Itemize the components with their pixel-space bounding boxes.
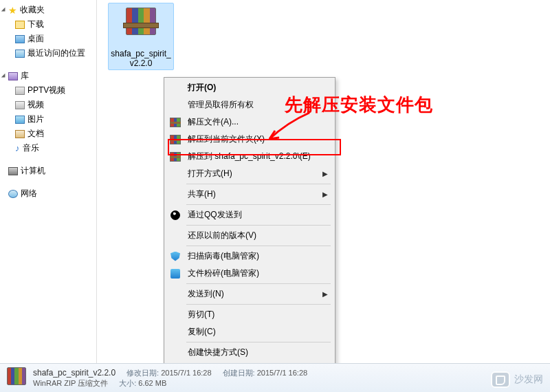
sidebar-item-label: 图片 — [28, 113, 44, 125]
menu-scan-virus[interactable]: 扫描病毒(电脑管家) — [166, 248, 333, 265]
sidebar-item-label: 视频 — [28, 99, 44, 111]
status-bar: shafa_pc_spirit_v2.2.0 修改日期: 2015/7/1 16… — [0, 363, 550, 392]
sidebar-item-pptv[interactable]: PPTV视频 — [0, 83, 96, 98]
sidebar-item-downloads[interactable]: 下载 — [0, 17, 96, 32]
sidebar-network[interactable]: 网络 — [0, 186, 96, 201]
menu-separator — [186, 225, 331, 226]
menu-separator — [186, 184, 331, 184]
expand-icon — [1, 7, 7, 12]
rar-icon — [170, 118, 181, 127]
menu-separator — [186, 246, 331, 246]
sidebar-computer[interactable]: 计算机 — [0, 164, 96, 178]
menu-separator — [186, 342, 331, 342]
menu-send-to[interactable]: 发送到(N)▶ — [166, 285, 333, 303]
chevron-right-icon: ▶ — [322, 290, 328, 298]
file-name: shafa_pc_spirit_v2.2.0 — [110, 49, 172, 68]
rar-icon — [170, 135, 181, 144]
sofa-icon — [491, 371, 510, 388]
sidebar-item-label: 音乐 — [23, 142, 39, 154]
sidebar-item-recent[interactable]: 最近访问的位置 — [0, 46, 96, 61]
status-filename: shafa_pc_spirit_v2.2.0 — [33, 368, 116, 378]
sidebar-favorites[interactable]: ★ 收藏夹 — [0, 3, 96, 17]
shredder-icon — [170, 269, 180, 279]
file-item[interactable]: shafa_pc_spirit_v2.2.0 — [108, 3, 174, 70]
document-icon — [15, 130, 25, 138]
sidebar-item-label: 下载 — [28, 19, 44, 30]
sidebar-item-pictures[interactable]: 图片 — [0, 112, 96, 127]
chevron-right-icon: ▶ — [322, 170, 328, 177]
sidebar-item-videos[interactable]: 视频 — [0, 98, 96, 112]
sidebar-label: 收藏夹 — [20, 4, 45, 16]
menu-restore-version[interactable]: 还原以前的版本(V) — [166, 227, 333, 244]
watermark: 沙发网 — [491, 371, 543, 388]
rar-icon — [170, 152, 181, 162]
sidebar-item-desktop[interactable]: 桌面 — [0, 32, 96, 46]
menu-send-qq[interactable]: 通过QQ发送到 — [166, 206, 333, 224]
menu-separator — [186, 204, 331, 205]
chevron-right-icon: ▶ — [322, 190, 328, 198]
download-icon — [15, 21, 25, 29]
sidebar-item-label: 最近访问的位置 — [28, 47, 85, 59]
expand-icon — [1, 73, 7, 78]
star-icon: ★ — [8, 5, 17, 16]
music-icon: ♪ — [15, 143, 20, 153]
computer-icon — [8, 167, 18, 175]
rar-archive-icon — [122, 8, 160, 46]
rar-archive-icon — [6, 367, 28, 389]
network-icon — [8, 190, 18, 198]
menu-cut[interactable]: 剪切(T) — [166, 306, 333, 323]
menu-extract-to[interactable]: 解压到 shafa_pc_spirit_v2.2.0\(E) — [166, 148, 333, 165]
sidebar-item-label: 桌面 — [28, 33, 44, 45]
menu-create-shortcut[interactable]: 创建快捷方式(S) — [166, 344, 333, 361]
sidebar-item-label: PPTV视频 — [28, 85, 65, 96]
video-icon — [15, 101, 25, 109]
status-filetype: WinRAR ZIP 压缩文件 — [33, 378, 108, 389]
menu-copy[interactable]: 复制(C) — [166, 323, 333, 340]
status-details: shafa_pc_spirit_v2.2.0 修改日期: 2015/7/1 16… — [33, 368, 307, 389]
menu-separator — [186, 304, 331, 305]
qq-icon — [170, 210, 180, 220]
menu-file-shred[interactable]: 文件粉碎(电脑管家) — [166, 265, 333, 282]
shield-icon — [170, 252, 180, 261]
picture-icon — [15, 116, 25, 124]
video-icon — [15, 87, 25, 95]
menu-extract-here[interactable]: 解压到当前文件夹(X) — [166, 131, 333, 148]
menu-share[interactable]: 共享(H)▶ — [166, 186, 333, 203]
sidebar-label: 计算机 — [21, 165, 45, 177]
navigation-sidebar: ★ 收藏夹 下载 桌面 最近访问的位置 库 PPTV视频 视频 图片 文档 ♪ … — [0, 0, 96, 392]
recent-icon — [15, 50, 25, 58]
sidebar-item-label: 文档 — [28, 128, 44, 140]
sidebar-label: 网络 — [21, 188, 37, 199]
sidebar-label: 库 — [21, 70, 29, 82]
menu-open-with[interactable]: 打开方式(H)▶ — [166, 165, 333, 182]
annotation-text: 先解压安装文件包 — [285, 93, 433, 117]
library-icon — [8, 72, 18, 80]
desktop-icon — [15, 35, 25, 43]
menu-separator — [186, 283, 331, 284]
watermark-text: 沙发网 — [514, 373, 543, 386]
sidebar-item-music[interactable]: ♪ 音乐 — [0, 141, 96, 155]
sidebar-library[interactable]: 库 — [0, 69, 96, 83]
context-menu: 打开(O) 管理员取得所有权 解压文件(A)... 解压到当前文件夹(X) 解压… — [164, 77, 336, 392]
sidebar-item-documents[interactable]: 文档 — [0, 127, 96, 141]
